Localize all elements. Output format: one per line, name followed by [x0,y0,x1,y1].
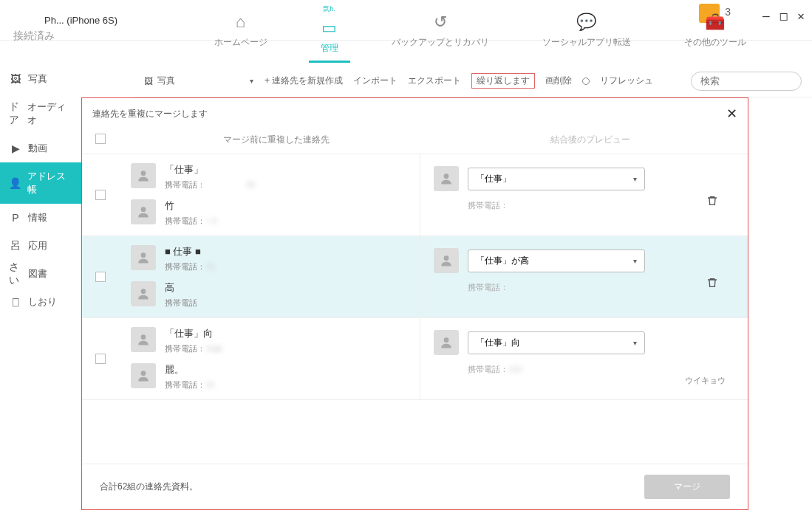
refresh-radio-icon[interactable] [582,78,590,85]
s-icon: さい [9,267,22,281]
svg-point-4 [141,289,146,294]
door-icon: ドア [9,107,21,120]
modal-close-icon[interactable]: ✕ [726,106,737,122]
sidebar-label: 応用 [28,239,47,252]
export-button[interactable]: エクスポート [408,75,461,87]
contact-name: 「仕事」 [165,163,255,176]
avatar [131,163,156,188]
category-picker[interactable]: 🖼 写真 ▾ [143,74,254,88]
contact-phone: 携帯電話：15 [165,261,247,272]
nav-home-label: ホームページ [214,36,267,49]
sidebar-bookmark[interactable]: ⎕しおり [0,288,81,316]
bookmark-icon: ⎕ [9,295,22,309]
merged-name-select[interactable]: 「仕事」向 ▾ [468,331,645,354]
nav-backup[interactable]: ↺ バックアップとリカバリ [380,5,501,55]
column-before: マージ前に重複した連絡先 [119,134,434,146]
contact-name: ■ 仕事 ■ [165,245,247,258]
chevron-down-icon: ▾ [633,339,637,347]
avatar [131,281,156,306]
svg-point-2 [444,173,449,179]
sidebar-info[interactable]: P情報 [0,204,81,232]
sidebar-label: オーディオ [27,100,72,127]
select-value: 「仕事」向 [476,337,538,349]
search-input[interactable] [691,72,802,91]
chevron-down-icon: ▾ [633,175,637,183]
svg-point-3 [141,252,146,258]
svg-point-5 [444,255,449,261]
modal-title: 連絡先を重複にマージします [92,108,208,120]
select-value: 「仕事」 [476,173,529,185]
delete-icon[interactable] [706,195,718,210]
nav-manage-sub: 気h. [323,4,335,14]
avatar [434,166,459,191]
group-checkbox[interactable] [95,190,106,200]
new-contact-button[interactable]: + 連絡先を新規作成 [265,75,343,87]
sidebar-audio[interactable]: ドアオーディオ [0,93,81,134]
import-button[interactable]: インポート [353,75,398,87]
merge-group: 「仕事」 携帯電話： 28竹 携帯電話：+ 8 「仕事」 ▾携帯電話： [82,154,748,236]
sidebar-app[interactable]: 呂応用 [0,232,81,260]
contact-phone: 携帯電話：15組 [165,343,247,354]
home-icon: ⌂ [236,13,245,32]
nav-social[interactable]: 💬 ソーシャルアプリ転送 [530,5,643,55]
sidebar-video[interactable]: ▶動画 [0,134,81,162]
avatar [131,327,156,352]
picker-label: 写真 [157,75,175,87]
svg-point-6 [141,334,146,340]
contact-phone: 携帯電話：15 [165,379,247,391]
delete-button[interactable]: 画削除 [545,75,572,87]
repeat-button[interactable]: 繰り返します [471,73,535,88]
contact-row: 麗。 携帯電話：15 [119,359,420,395]
delete-icon[interactable] [706,277,718,292]
sidebar-label: 写真 [28,72,47,86]
nav-social-label: ソーシャルアプリ転送 [542,36,631,49]
group-checkbox[interactable] [95,354,106,364]
sidebar-label: 図書 [28,267,47,281]
svg-point-0 [141,171,146,176]
contact-name: 麗。 [165,363,247,376]
sidebar-contacts[interactable]: 👤アドレス帳 [0,162,81,204]
merged-phone: 携帯電話： [468,200,734,211]
select-all-checkbox[interactable] [95,134,106,144]
merged-phone: 携帯電話：155 [468,364,734,375]
contact-tag: ウイキョウ [685,375,726,386]
p-icon: P [9,211,22,224]
nav-manage-label: 管理 [321,42,338,55]
nav-manage[interactable]: 気h. ▭ 管理 [309,0,350,63]
merged-phone: 携帯電話： [468,282,734,293]
chevron-down-icon: ▾ [633,257,637,265]
merged-name-select[interactable]: 「仕事」が高 ▾ [468,250,645,272]
chevron-down-icon: ▾ [250,77,253,85]
merge-button[interactable]: マージ [644,475,730,499]
contact-row: ■ 仕事 ■ 携帯電話：15 [119,241,420,277]
nav-other[interactable]: 🧰 その他のツール [672,5,758,55]
select-value: 「仕事」が高 [476,255,547,267]
avatar [434,248,459,273]
contact-name: 高 [165,281,238,295]
avatar [131,245,156,270]
sidebar-label: アドレス帳 [27,170,72,196]
column-after: 結合後のプレビュー [434,134,748,146]
avatar [434,330,459,355]
contact-phone: 携帯電話：+ 8 [165,216,258,227]
nav-home[interactable]: ⌂ ホームページ [202,5,279,55]
merge-group: ■ 仕事 ■ 携帯電話：15 高 携帯電話 「仕事」が高 ▾携帯電話： [82,236,748,318]
refresh-button[interactable]: リフレッシュ [600,75,653,87]
contact-row: 竹 携帯電話：+ 8 [119,195,420,231]
contact-name: 「仕事」向 [165,327,247,340]
group-checkbox[interactable] [95,272,106,282]
footer-summary: 合計62組の連絡先資料。 [100,481,198,493]
contact-icon: 👤 [9,176,21,190]
svg-point-8 [444,337,449,343]
contact-phone: 携帯電話： 28 [165,179,255,190]
picture-icon: 🖼 [9,72,22,86]
sidebar-photo[interactable]: 🖼写真 [0,65,81,93]
contact-row: 「仕事」 携帯電話： 28 [119,159,420,195]
nav-other-label: その他のツール [684,36,746,49]
merged-name-select[interactable]: 「仕事」 ▾ [468,168,645,190]
sidebar-label: しおり [28,295,57,309]
contact-name: 竹 [165,199,258,213]
svg-point-1 [141,207,146,212]
avatar [131,363,156,388]
sidebar-book[interactable]: さい図書 [0,260,81,288]
